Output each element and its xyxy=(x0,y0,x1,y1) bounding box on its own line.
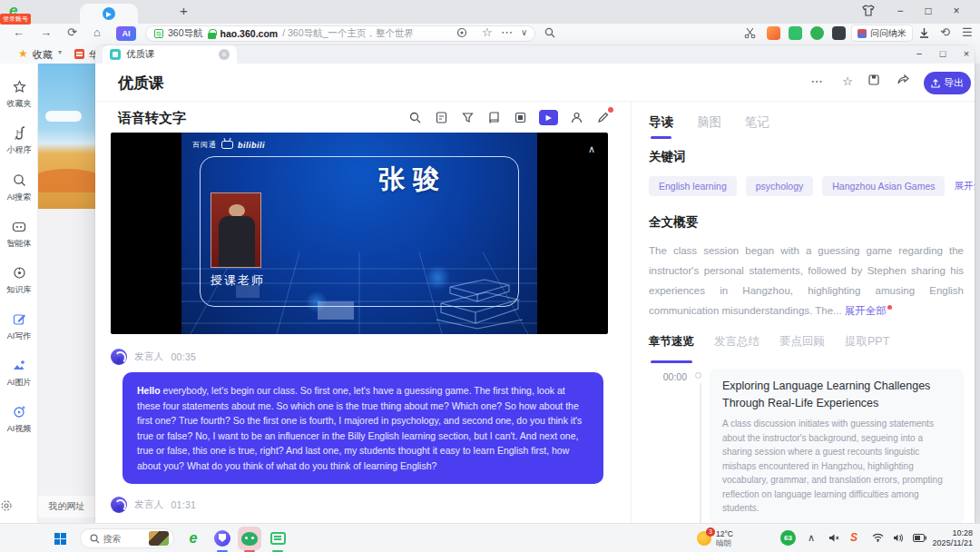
video-frame: 百阅通 bilibili 张骏 授课老师 xyxy=(181,133,537,334)
wifi-icon[interactable] xyxy=(872,533,884,542)
forward-icon[interactable]: → xyxy=(40,25,52,39)
expand-all-link[interactable]: 展开全部 xyxy=(954,180,975,192)
extension-pin-icon[interactable] xyxy=(832,26,846,40)
translate-doc-icon[interactable] xyxy=(434,110,449,125)
reader-mode-icon[interactable] xyxy=(456,25,467,38)
active-tab-underline xyxy=(651,136,671,139)
transcript-bubble[interactable]: Hello everybody, let's begin our class. … xyxy=(122,372,603,484)
sidebar-item-ai-video[interactable]: AI视频 xyxy=(0,403,38,435)
tab-mindmap[interactable]: 脑图 xyxy=(697,114,721,131)
favorites-caret-icon[interactable]: ▾ xyxy=(58,48,62,56)
app-tab-close-icon[interactable]: × xyxy=(219,49,230,60)
bookmark-star-icon[interactable]: ☆ xyxy=(482,25,493,39)
browser-maximize-button[interactable]: □ xyxy=(920,5,936,17)
wechat-icon xyxy=(241,532,258,546)
chapter-card[interactable]: Exploring Language Learning Challenges T… xyxy=(710,369,964,523)
new-tab-button[interactable]: + xyxy=(180,3,188,18)
dictionary-icon[interactable] xyxy=(486,110,502,125)
taskbar-clock[interactable]: 10:28 2025/11/21 xyxy=(933,524,976,552)
menu-icon[interactable]: ☰ xyxy=(962,25,973,39)
window-close-button[interactable]: × xyxy=(959,48,974,59)
video-player[interactable]: 百阅通 bilibili 张骏 授课老师 xyxy=(111,133,608,334)
screenshot-scissors-icon[interactable] xyxy=(744,25,756,39)
tab-chapters[interactable]: 章节速览 xyxy=(649,334,694,358)
refresh-icon[interactable]: ⟳ xyxy=(67,25,77,39)
export-button[interactable]: 导出 xyxy=(924,72,971,94)
sidebar-item-favorites[interactable]: 收藏夹 xyxy=(0,78,38,110)
speaker-name: 张骏 xyxy=(345,162,481,198)
ai-assistant-button[interactable]: AI xyxy=(116,26,136,41)
sidebar-item-ai-writing[interactable]: AI写作 xyxy=(0,310,38,342)
download-icon[interactable] xyxy=(918,25,930,39)
extension-shield-icon[interactable] xyxy=(810,26,824,40)
browser-tab[interactable] xyxy=(80,4,138,24)
sogou-input-icon[interactable]: S xyxy=(850,531,858,544)
taskbar-app-360browser[interactable]: e xyxy=(181,527,205,550)
my-sites-label[interactable]: 我的网址 xyxy=(38,496,95,518)
browser-minimize-button[interactable]: − xyxy=(892,5,908,17)
extension-notes-icon[interactable] xyxy=(789,26,802,40)
search-transcript-icon[interactable] xyxy=(407,110,423,125)
speaker-identify-icon[interactable] xyxy=(569,110,584,125)
window-minimize-button[interactable]: − xyxy=(912,48,926,59)
keyword-tag[interactable]: English learning xyxy=(649,176,737,196)
theme-skin-icon[interactable] xyxy=(862,5,878,16)
taskbar-search[interactable] xyxy=(80,528,174,548)
keyword-tag[interactable]: psychology xyxy=(746,176,814,196)
chapter-time[interactable]: 00:00 xyxy=(649,369,687,523)
sidebar-item-miniprogram[interactable]: 小程序 xyxy=(0,124,38,156)
settings-gear-icon[interactable] xyxy=(0,499,38,512)
tab-guide[interactable]: 导读 xyxy=(649,114,673,131)
search-input[interactable] xyxy=(103,534,145,544)
header-star-icon[interactable]: ☆ xyxy=(839,74,856,88)
edit-pen-icon[interactable] xyxy=(595,110,611,125)
search-icon[interactable] xyxy=(544,25,555,38)
address-bar[interactable]: 导 360导航 hao.360.com / 360导航_一个主页，整个世界 xyxy=(145,25,535,42)
timestamp[interactable]: 00:35 xyxy=(171,351,196,362)
taskbar-app-security[interactable] xyxy=(211,527,234,550)
keyword-tag[interactable]: Hangzhou Asian Games xyxy=(822,176,945,196)
window-maximize-button[interactable]: □ xyxy=(936,48,950,59)
app-tab[interactable]: 优质课 × xyxy=(103,45,237,64)
video-view-toggle[interactable]: ▶ xyxy=(539,110,558,125)
login-account-badge[interactable]: 登录账号 xyxy=(0,14,31,25)
dropdown-icon[interactable]: ∨ xyxy=(521,27,527,37)
tray-battery-saver[interactable]: 63 xyxy=(780,530,796,546)
tab-key-points[interactable]: 要点回顾 xyxy=(779,334,825,358)
tray-expand-icon[interactable]: ∧ xyxy=(808,532,815,544)
volume-icon[interactable] xyxy=(893,533,904,543)
frame-view-icon[interactable] xyxy=(513,110,528,125)
header-more-icon[interactable]: ⋯ xyxy=(808,74,825,88)
header-share-icon[interactable] xyxy=(897,74,914,85)
taskbar-app-wechat[interactable] xyxy=(238,527,261,550)
timestamp[interactable]: 01:31 xyxy=(171,499,196,510)
summary-expand-link[interactable]: 展开全部 xyxy=(845,305,887,316)
battery-icon[interactable] xyxy=(913,534,926,542)
home-icon[interactable]: ⌂ xyxy=(93,25,101,39)
tab-extract-ppt[interactable]: 提取PPT xyxy=(845,334,889,358)
taskbar-weather[interactable]: 3 12°C晴朗 xyxy=(697,524,733,552)
search-doodle-image[interactable] xyxy=(149,531,169,546)
filter-icon[interactable] xyxy=(460,110,475,125)
sidebar-item-ai-search[interactable]: AI搜索 xyxy=(0,172,38,203)
more-tools-icon[interactable]: ⋯ xyxy=(501,25,513,39)
write-icon xyxy=(0,310,38,328)
sidebar-item-knowledge[interactable]: 知识库 xyxy=(0,264,38,296)
url-host: hao.360.com xyxy=(220,28,279,39)
extension-game-icon[interactable] xyxy=(767,26,780,40)
tab-notes[interactable]: 笔记 xyxy=(745,114,769,131)
back-icon[interactable]: ← xyxy=(13,25,24,39)
nami-assistant-button[interactable]: 问问纳米 xyxy=(851,25,913,42)
header-save-icon[interactable] xyxy=(868,74,885,85)
favorites-label[interactable]: 收藏 xyxy=(33,48,53,62)
favorites-star-icon[interactable]: ★ xyxy=(18,47,28,60)
undo-icon[interactable]: ⟲ xyxy=(940,25,950,39)
sidebar-item-ai-image[interactable]: AI图片 xyxy=(0,357,38,389)
taskbar-app-messenger[interactable] xyxy=(266,527,289,550)
start-button[interactable] xyxy=(47,524,73,552)
browser-close-button[interactable]: × xyxy=(948,5,965,17)
tray-device-icon[interactable] xyxy=(828,533,839,543)
sidebar-item-agent[interactable]: 智能体 xyxy=(0,218,38,250)
tab-speech-summary[interactable]: 发言总结 xyxy=(714,334,760,358)
collapse-video-icon[interactable]: ∧ xyxy=(588,143,595,155)
